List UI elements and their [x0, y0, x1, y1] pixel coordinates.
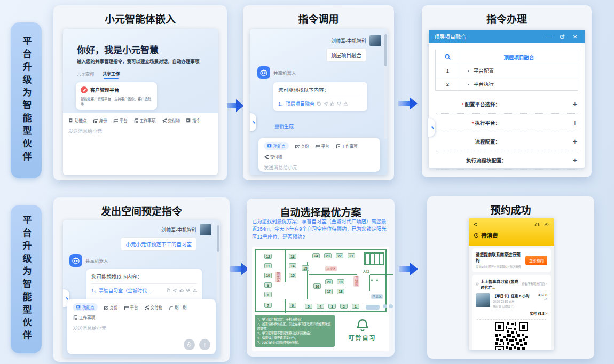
toolbar-item-tasks[interactable]: 工作事项 — [73, 314, 95, 320]
study-rules: 1、学习区严格禁言，手机请静音； 2、如需请移步休息区，禁止在学习区吃有声音或有… — [255, 315, 335, 347]
panel-booking-success: 预约成功 < 待消费 请您提前联系商家进行预约 提前1小时预约>商家确认>到店消… — [427, 196, 594, 359]
toolbar-item-platform[interactable]: 平台 — [315, 143, 329, 149]
seat: 25 — [302, 265, 309, 271]
scrollbar[interactable] — [384, 32, 387, 139]
project-fusion-modal: 顶层项目融合 — × 顶层项目融合 1 平台配置 2 平台执行 *配置平台选择：… — [429, 30, 585, 168]
seat: 17 — [325, 289, 333, 294]
crm-platform-card[interactable]: 客户管理平台 智能化客户管理平台，支持客户画像、客户追踪等 — [76, 82, 157, 110]
toolbar-item-function[interactable]: 功能点 — [68, 117, 87, 123]
thumbs-up-icon[interactable] — [179, 288, 184, 293]
toolbar-item-function[interactable]: 功能点 — [73, 303, 98, 311]
add-icon[interactable]: + — [573, 137, 577, 146]
back-icon[interactable]: < — [474, 221, 477, 227]
toolbar-item-scan[interactable]: 刷一刷 — [168, 304, 187, 310]
toolbar-item-identity[interactable]: 身份 — [295, 143, 309, 149]
send-icon[interactable] — [324, 101, 328, 106]
notice-subtitle: 提前1小时预约>商家确认>到店消费 — [476, 265, 523, 269]
fusion-table: 顶层项目融合 1 平台配置 2 平台执行 — [435, 50, 578, 91]
refresh-icon — [168, 305, 173, 310]
panel-title: 小元智能体嵌入 — [53, 5, 227, 26]
paid-amount-link[interactable]: 实付 ¥8.8 > — [476, 311, 547, 316]
user-name: 刘帅军-中机智科 — [161, 226, 196, 233]
store-list-link[interactable]: 查看所有可用门店 > — [522, 282, 547, 286]
id-card-icon — [295, 144, 300, 148]
add-icon[interactable]: + — [573, 156, 577, 164]
close-icon[interactable]: × — [571, 33, 579, 41]
seat: 18 — [337, 289, 344, 294]
toolbar-item-identity[interactable]: 身份 — [93, 117, 107, 123]
composer-toolbar: 功能点 身份 平台 工作事项 交付物 指令 — [68, 117, 212, 123]
report-icon[interactable] — [193, 288, 198, 293]
drawer-chevron[interactable] — [250, 113, 256, 131]
send-button[interactable]: ↑ — [199, 339, 210, 350]
clock-icon — [474, 233, 479, 238]
drawer-chevron[interactable] — [428, 118, 435, 137]
toolbar-item-function[interactable]: 功能点 — [264, 142, 289, 150]
divider — [477, 319, 546, 320]
seat: 8 — [264, 292, 272, 297]
copy-icon[interactable] — [317, 101, 321, 106]
crm-card-desc: 智能化客户管理平台，支持客户画像、客户追踪等 — [81, 97, 152, 106]
notice-card: 请您提前联系商家进行预约 提前1小时预约>商家确认>到店消费 立即预约 — [472, 248, 551, 272]
seat: 12 — [264, 254, 272, 259]
minimize-icon[interactable]: — — [545, 33, 554, 41]
report-icon[interactable] — [343, 101, 348, 106]
panel-title: 预约成功 — [427, 196, 594, 217]
thumbs-up-icon[interactable] — [330, 101, 335, 106]
toolbar-item-platform[interactable]: 平台 — [113, 117, 128, 123]
zone-rest: 休息区 — [371, 294, 383, 299]
seat: 14 — [289, 263, 296, 268]
flow-arrow — [399, 263, 418, 275]
add-icon[interactable]: + — [573, 100, 577, 108]
id-card-icon — [104, 305, 108, 310]
toolbar-item-command[interactable]: 指令 — [186, 117, 200, 123]
task-list-icon — [133, 118, 138, 123]
seat: 1 — [352, 304, 359, 309]
result-link[interactable]: 1、享智自习室（金城时代... — [91, 287, 151, 294]
tab-share-query[interactable]: 共享查询 — [77, 70, 94, 76]
round-table — [383, 304, 387, 308]
bot-row: 共享机器人 — [69, 254, 108, 267]
table-row[interactable]: 1 平台配置 — [436, 64, 578, 77]
flow-arrow — [225, 99, 244, 112]
chat-screen: 刘帅军-中机智科 顶层项目融合 共享机器人 您可能想找以下内容： 1、顶层项目融… — [250, 29, 388, 175]
chat-screen: 刘帅军-中机智科 小元小元订预定下午的自习室 共享机器人 您可能想找以下内容： … — [63, 220, 220, 358]
toolbar-item-tasks[interactable]: 工作事项 — [133, 117, 156, 123]
table-row[interactable]: 2 平台执行 — [436, 77, 578, 90]
robot-avatar-icon — [69, 254, 82, 267]
panel-title: 自动选择最优方案 — [247, 199, 395, 219]
expand-icon[interactable] — [558, 33, 566, 41]
toolbar-item-deliverable[interactable]: 交付物 — [144, 304, 163, 310]
toolbar-item-deliverable[interactable]: 交付物 — [162, 117, 180, 123]
book-now-button[interactable]: 立即预约 — [525, 256, 547, 265]
regenerate-link[interactable]: 重新生成 — [274, 123, 294, 130]
window-icon — [113, 118, 118, 123]
mic-button[interactable] — [184, 339, 195, 350]
shop-icon — [476, 282, 479, 286]
message-input[interactable] — [68, 129, 206, 134]
search-icon[interactable] — [436, 50, 460, 64]
seat: 6 — [289, 303, 296, 308]
result-link[interactable]: 1、顶层项目融合 — [278, 100, 314, 107]
toolbar-item-deliverable[interactable]: 交付物 — [264, 154, 282, 160]
user-message-bubble: 小元小元订预定下午的自习室 — [121, 237, 196, 251]
toolbar-item-tasks[interactable]: 工作事项 — [335, 143, 358, 149]
send-icon[interactable] — [172, 288, 177, 293]
copy-icon[interactable] — [166, 288, 171, 293]
pen-icon — [81, 86, 88, 93]
bot-message-bubble: 您可能想找以下内容： 1、顶层项目融合 — [273, 82, 367, 111]
message-input[interactable] — [73, 326, 203, 331]
scrollbar[interactable] — [217, 223, 219, 303]
service-icon[interactable] — [534, 221, 540, 227]
add-icon[interactable]: + — [573, 118, 577, 127]
thumbs-down-icon[interactable] — [337, 101, 342, 106]
toolbar-item-platform[interactable]: 平台 — [124, 304, 138, 310]
panel-agent-embed: 小元智能体嵌入 你好，我是小元智慧 输入您的共享管理指令，我可以建立场景对话，自… — [53, 5, 227, 180]
product-price: ¥12.8 — [538, 293, 547, 297]
toolbar-item-identity[interactable]: 身份 — [104, 304, 118, 310]
phone-screen: < 待消费 请您提前联系商家进行预约 提前1小时预约>商家确认>到店消费 立即预… — [469, 218, 554, 350]
share-icon[interactable] — [544, 221, 549, 227]
tab-share-work[interactable]: 共享工作 — [103, 70, 120, 76]
message-input[interactable] — [264, 165, 369, 170]
thumbs-down-icon[interactable] — [186, 288, 191, 293]
